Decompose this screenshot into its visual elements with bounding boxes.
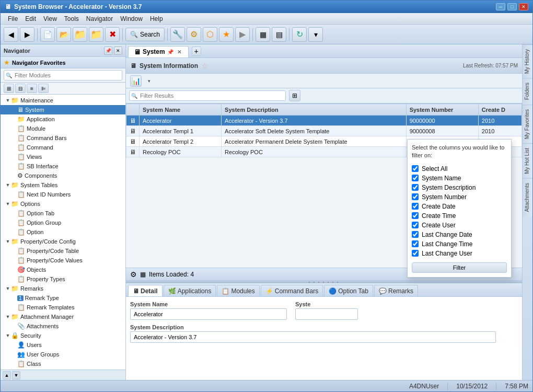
tree-item-users[interactable]: 👤 Users	[1, 340, 125, 350]
menu-help[interactable]: Help	[147, 14, 166, 24]
tree-item-property-types[interactable]: 📋 Property Types	[1, 274, 125, 284]
col-filter-item-select-all[interactable]: Select All	[412, 164, 507, 174]
tree-item-property-code-table[interactable]: 📋 Property/Code Table	[1, 246, 125, 256]
col-filter-item-last-change-date[interactable]: Last Change Date	[412, 230, 507, 239]
col-filter-item-create-user[interactable]: Create User	[412, 221, 507, 230]
col-filter-checkbox-create-time[interactable]	[412, 212, 419, 219]
right-tab-folders[interactable]: Folders	[523, 78, 532, 104]
minimize-button[interactable]: ─	[496, 3, 505, 10]
col-filter-item-last-change-user[interactable]: Last Change User	[412, 249, 507, 258]
tree-item-maintenance[interactable]: ▼ 📁 Maintenance	[1, 96, 125, 105]
grid-col-system-description[interactable]: System Description	[222, 104, 407, 116]
menu-navigator[interactable]: Navigator	[83, 14, 116, 24]
filter-dropdown-button[interactable]: ▾	[145, 77, 153, 85]
detail-tab-applications[interactable]: 🌿 Applications	[164, 285, 216, 296]
tree-item-option-group[interactable]: 📋 Option Group	[1, 218, 125, 227]
col-filter-checkbox-select-all[interactable]	[412, 165, 419, 172]
right-tab-my-hot-list[interactable]: My Hot List	[523, 143, 532, 178]
new-button[interactable]: 📄	[40, 27, 55, 42]
sidebar-close-button[interactable]: ✕	[114, 47, 122, 55]
tree-item-property-code-config[interactable]: ▼ 📁 Property/Code Config	[1, 237, 125, 246]
back-button[interactable]: ◀	[4, 27, 18, 42]
view-large-icon-button[interactable]: ⊞	[4, 84, 14, 93]
tree-item-attachment-manager[interactable]: ▼ 📁 Attachment Manager	[1, 312, 125, 321]
tree-item-next-id[interactable]: 📋 Next ID Numbers	[1, 190, 125, 199]
tree-scroll-up-button[interactable]: ▲	[3, 371, 11, 379]
tree-item-objects[interactable]: 🎯 Objects	[1, 265, 125, 274]
menu-tools[interactable]: Tools	[61, 14, 82, 24]
grid-col-system-name[interactable]: System Name	[140, 104, 222, 116]
search-button[interactable]: 🔍 Search	[125, 28, 165, 41]
grid2-button[interactable]: ▤	[272, 27, 286, 42]
tree-scroll-down-button[interactable]: ▼	[12, 371, 20, 379]
system-name-input[interactable]	[130, 308, 287, 320]
col-filter-item-create-time[interactable]: Create Time	[412, 211, 507, 221]
tree-item-remark-type[interactable]: 1 Remark Type	[1, 293, 125, 303]
right-tab-my-favorites[interactable]: My Favorites	[523, 105, 532, 143]
tree-item-sb-interface[interactable]: 📋 SB Interface	[1, 162, 125, 171]
table-row[interactable]: 🖥 Accelerator Templ 1 Accelerator Soft D…	[126, 126, 522, 136]
tool2-button[interactable]: ⚙	[187, 27, 201, 42]
tree-item-user-groups[interactable]: 👥 User Groups	[1, 350, 125, 359]
status-gear-icon[interactable]: ⚙	[130, 270, 137, 279]
folder2-button[interactable]: 📁	[89, 27, 103, 42]
menu-edit[interactable]: Edit	[22, 14, 39, 24]
dropdown-button[interactable]: ▾	[308, 27, 323, 42]
tree-item-components[interactable]: ⚙ Components	[1, 171, 125, 180]
tree-item-views[interactable]: 📋 Views	[1, 152, 125, 162]
tool4-button[interactable]: ★	[219, 27, 234, 42]
favorite-star-icon[interactable]: ☆	[201, 62, 208, 70]
menu-window[interactable]: Window	[117, 14, 146, 24]
tree-item-system-tables[interactable]: ▼ 📁 System Tables	[1, 180, 125, 190]
detail-tab-remarks[interactable]: 💬 Remarks	[374, 285, 418, 296]
tree-item-command-bars[interactable]: 📋 Command Bars	[1, 133, 125, 143]
col-filter-item-last-change-time[interactable]: Last Change Time	[412, 239, 507, 249]
sidebar-pin-button[interactable]: 📌	[104, 47, 112, 55]
open-button[interactable]: 📂	[56, 27, 71, 42]
grid-col-create-date[interactable]: Create D	[478, 104, 522, 116]
close-button[interactable]: ✕	[519, 3, 528, 10]
tree-item-application[interactable]: 📁 Application	[1, 114, 125, 124]
tree-item-attachments[interactable]: 📎 Attachments	[1, 321, 125, 331]
col-filter-checkbox-system-name[interactable]	[412, 175, 419, 181]
delete-button[interactable]: ✖	[105, 27, 120, 42]
folder-button[interactable]: 📁	[73, 27, 87, 42]
view-small-icon-button[interactable]: ⊟	[15, 84, 26, 93]
grid1-button[interactable]: ▦	[256, 27, 270, 42]
tree-item-class[interactable]: 📋 Class	[1, 359, 125, 368]
grid-filter-input[interactable]	[129, 90, 286, 101]
tool5-button[interactable]: ▶	[235, 27, 250, 42]
tree-item-property-code-values[interactable]: 📋 Property/Code Values	[1, 256, 125, 265]
col-filter-checkbox-system-description[interactable]	[412, 184, 419, 191]
view-list-button[interactable]: ≡	[27, 84, 37, 93]
tool1-button[interactable]: 🔧	[170, 27, 185, 42]
col-filter-checkbox-create-date[interactable]	[412, 203, 419, 210]
tab-system[interactable]: 🖥 System 📌 ✕	[128, 46, 189, 57]
tool3-button[interactable]: ⬡	[203, 27, 217, 42]
right-tab-attachments[interactable]: Attachments	[523, 178, 532, 216]
column-filter-button[interactable]: ⊞	[289, 90, 300, 101]
col-filter-checkbox-last-change-date[interactable]	[412, 231, 419, 238]
detail-tab-option-tab[interactable]: 🔵 Option Tab	[324, 285, 373, 296]
module-filter-input[interactable]	[4, 70, 122, 80]
tree-item-option-tab[interactable]: 📋 Option Tab	[1, 209, 125, 218]
col-filter-item-system-name[interactable]: System Name	[412, 174, 507, 183]
maximize-button[interactable]: □	[507, 3, 517, 10]
tree-item-system[interactable]: 🖥 System	[1, 105, 125, 114]
tree-item-module[interactable]: 📋 Module	[1, 124, 125, 133]
detail-tab-detail[interactable]: 🖥 Detail	[128, 285, 163, 296]
tree-item-option[interactable]: 📋 Option	[1, 227, 125, 237]
view-detail-button[interactable]: ⊫	[38, 84, 49, 93]
system-number-input[interactable]	[295, 308, 358, 320]
right-tab-my-history[interactable]: My History	[523, 44, 532, 78]
system-description-input[interactable]	[130, 331, 496, 343]
col-filter-checkbox-create-user[interactable]	[412, 222, 419, 228]
col-filter-item-system-description[interactable]: System Description	[412, 183, 507, 192]
grid-col-system-number[interactable]: System Number	[406, 104, 478, 116]
tree-item-command[interactable]: 📋 Command	[1, 143, 125, 152]
col-filter-item-system-number[interactable]: System Number	[412, 192, 507, 202]
excel-export-button[interactable]: 📊	[130, 75, 142, 87]
detail-tab-modules[interactable]: 📋 Modules	[217, 285, 259, 296]
forward-button[interactable]: ▶	[20, 27, 34, 42]
col-filter-item-create-date[interactable]: Create Date	[412, 202, 507, 211]
